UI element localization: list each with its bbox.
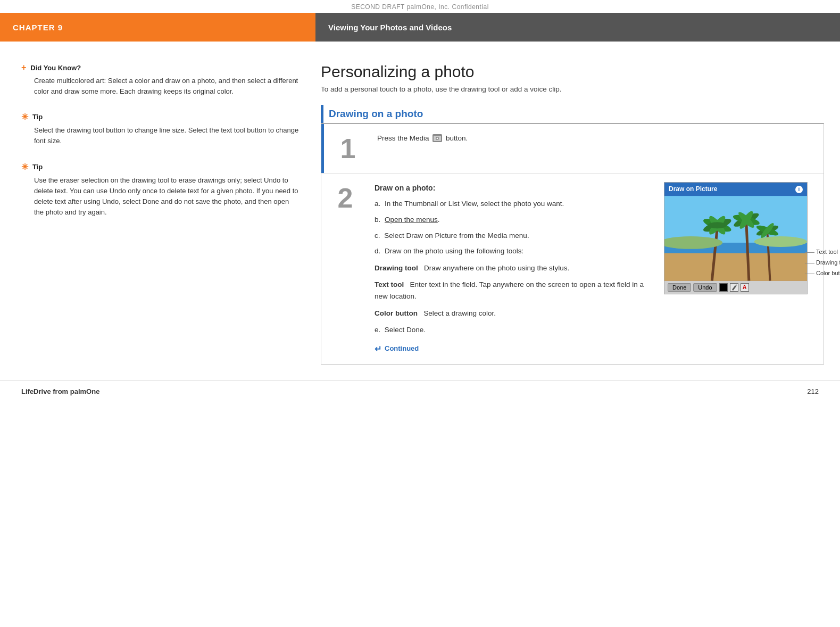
media-icon bbox=[433, 134, 442, 142]
page-subtitle: To add a personal touch to a photo, use … bbox=[321, 85, 824, 93]
step-list: a. In the Thumbnail or List View, select… bbox=[375, 198, 653, 257]
right-content: Personalizing a photo To add a personal … bbox=[315, 52, 840, 375]
star-icon-1: ✳ bbox=[21, 112, 28, 122]
continued: ↵ Continued bbox=[375, 342, 653, 356]
draw-on-picture-toolbar: Done Undo A bbox=[664, 281, 807, 294]
tool-desc-drawing: Drawing tool Draw anywhere on the photo … bbox=[375, 262, 653, 274]
drawing-tool-label: Drawing tool bbox=[375, 264, 418, 272]
draw-on-picture-header: Draw on Picture i bbox=[664, 183, 807, 196]
draw-on-picture-panel: Draw on Picture i bbox=[664, 182, 808, 294]
page-title: Personalizing a photo bbox=[321, 63, 824, 81]
section-heading-wrapper: Drawing on a photo bbox=[321, 105, 824, 123]
step2-left: Draw on a photo: a. In the Thumbnail or … bbox=[375, 182, 653, 356]
step1-text: Press the Media bbox=[377, 134, 429, 142]
step2-number: 2 bbox=[321, 174, 369, 364]
item-e: e. Select Done. bbox=[375, 324, 653, 336]
list-item: a. In the Thumbnail or List View, select… bbox=[375, 198, 653, 210]
step1-content: Press the Media button. bbox=[372, 124, 824, 173]
main-content: + Did You Know? Create multicolored art:… bbox=[0, 42, 840, 375]
footer-left: LifeDrive from palmOne bbox=[21, 387, 99, 395]
undo-button[interactable]: Undo bbox=[693, 283, 717, 292]
item-a-label: a. bbox=[375, 198, 380, 210]
step1-text2: button. bbox=[446, 134, 468, 142]
step-1-row: 1 Press the Media button. bbox=[321, 124, 824, 174]
tip2-section: ✳ Tip Use the eraser selection on the dr… bbox=[21, 162, 300, 218]
info-icon: i bbox=[795, 186, 803, 193]
footer-right: 212 bbox=[807, 387, 819, 395]
step-2-row: 2 Draw on a photo: a. In the Thumbnail o… bbox=[321, 174, 824, 364]
tip2-body: Use the eraser selection on the drawing … bbox=[21, 175, 300, 218]
color-button-label: Color button bbox=[375, 309, 418, 317]
did-you-know-heading: + Did You Know? bbox=[21, 63, 300, 72]
tip1-heading: ✳ Tip bbox=[21, 112, 300, 122]
done-button[interactable]: Done bbox=[668, 283, 691, 292]
item-d-text: Draw on the photo using the following to… bbox=[382, 245, 523, 257]
svg-point-24 bbox=[754, 236, 807, 247]
watermark: SECOND DRAFT palmOne, Inc. Confidential bbox=[0, 0, 840, 13]
draw-on-picture-image bbox=[664, 196, 807, 281]
did-you-know-body: Create multicolored art: Select a color … bbox=[21, 76, 300, 97]
draw-title: Draw on a photo: bbox=[375, 182, 653, 194]
item-d-label: d. bbox=[375, 245, 380, 257]
tip1-body: Select the drawing tool button to change… bbox=[21, 125, 300, 146]
star-icon-2: ✳ bbox=[21, 162, 28, 172]
svg-point-3 bbox=[437, 138, 438, 139]
callout-text-tool: Text tool bbox=[805, 248, 838, 257]
header-chapter: CHAPTER 9 bbox=[0, 13, 315, 42]
item-c-label: c. bbox=[375, 230, 380, 242]
continued-arrow-icon: ↵ bbox=[375, 342, 381, 356]
item-b-label: b. bbox=[375, 214, 380, 226]
list-item: c. Select Draw on Picture from the Media… bbox=[375, 230, 653, 242]
svg-point-13 bbox=[708, 222, 727, 228]
item-a-text: In the Thumbnail or List View, select th… bbox=[382, 198, 564, 210]
did-you-know-section: + Did You Know? Create multicolored art:… bbox=[21, 63, 300, 97]
tip2-heading: ✳ Tip bbox=[21, 162, 300, 172]
callout-drawing-tool: Drawing tool bbox=[805, 258, 840, 268]
color-black-swatch[interactable] bbox=[719, 283, 728, 292]
sidebar: + Did You Know? Create multicolored art:… bbox=[0, 52, 315, 375]
step1-number: 1 bbox=[324, 124, 372, 173]
tip1-section: ✳ Tip Select the drawing tool button to … bbox=[21, 112, 300, 146]
continued-label: Continued bbox=[385, 343, 419, 354]
list-item: b. Open the menus. bbox=[375, 214, 653, 226]
drawing-tool-button[interactable] bbox=[730, 283, 738, 292]
tool-desc-color: Color button Select a drawing color. bbox=[375, 308, 653, 319]
svg-rect-7 bbox=[664, 253, 807, 281]
step2-content: Draw on a photo: a. In the Thumbnail or … bbox=[369, 174, 824, 364]
steps-container: 1 Press the Media button. 2 Draw on a ph… bbox=[321, 123, 824, 365]
draw-on-picture-widget: Draw on Picture i bbox=[664, 182, 813, 356]
text-tool-label: Text tool bbox=[375, 280, 404, 288]
list-item: d. Draw on the photo using the following… bbox=[375, 245, 653, 257]
header-bar: CHAPTER 9 Viewing Your Photos and Videos bbox=[0, 13, 840, 42]
tool-desc-text: Text tool Enter text in the field. Tap a… bbox=[375, 279, 653, 302]
header-title: Viewing Your Photos and Videos bbox=[315, 13, 840, 42]
open-menus-link[interactable]: Open the menus bbox=[385, 216, 438, 224]
item-c-text: Select Draw on Picture from the Media me… bbox=[382, 230, 529, 242]
footer: LifeDrive from palmOne 212 bbox=[0, 381, 840, 402]
callout-color-button: Color button bbox=[805, 269, 840, 278]
step2-inner: Draw on a photo: a. In the Thumbnail or … bbox=[375, 182, 813, 356]
draw-on-picture-title: Draw on Picture bbox=[669, 184, 717, 194]
section-heading: Drawing on a photo bbox=[323, 105, 423, 123]
item-b-text: Open the menus. bbox=[382, 214, 439, 226]
text-tool-button[interactable]: A bbox=[741, 283, 749, 292]
plus-icon: + bbox=[21, 63, 26, 72]
